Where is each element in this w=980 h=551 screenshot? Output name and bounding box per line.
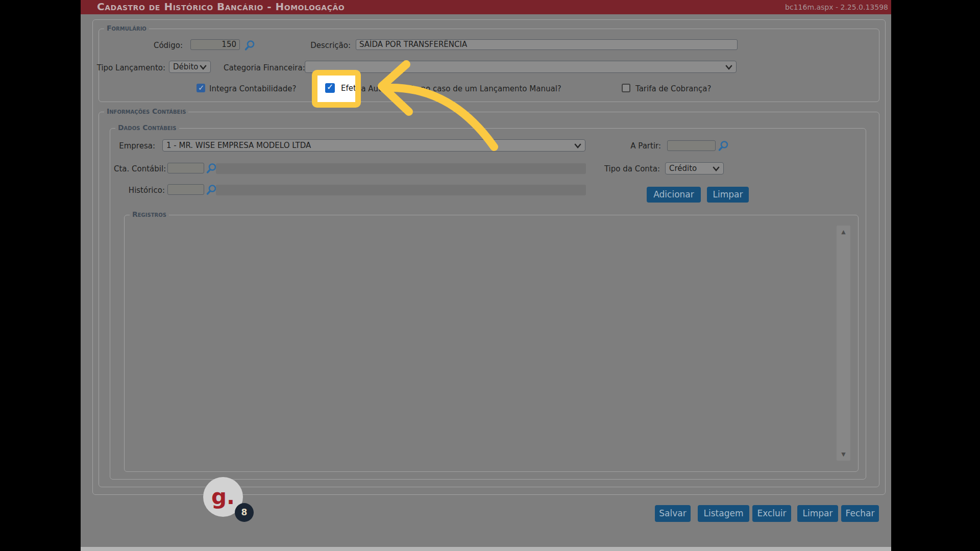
- limpar-dados-button[interactable]: Limpar: [707, 187, 749, 203]
- codigo-label: Código:: [132, 41, 183, 50]
- chevron-down-icon: [725, 65, 732, 70]
- efetua-autenticacao-label-highlighted: Efetua Autenticação no caso de um Lançam…: [341, 84, 361, 93]
- app-titlebar: Cadastro de Histórico Bancário - Homolog…: [81, 0, 891, 14]
- registros-scrollbar[interactable]: ▲ ▼: [837, 226, 850, 461]
- tipo-da-conta-label: Tipo da Conta:: [594, 164, 660, 173]
- historico-label: Histórico:: [114, 186, 165, 195]
- page-title: Cadastro de Histórico Bancário - Homolog…: [97, 1, 345, 13]
- cta-contabil-label: Cta. Contábil:: [114, 164, 165, 173]
- fieldset-dados-contabeis-legend: Dados Contábeis: [115, 123, 179, 132]
- integra-contabilidade-checkbox[interactable]: [197, 84, 205, 92]
- tarifa-cobranca-checkbox[interactable]: [622, 84, 630, 92]
- adicionar-button[interactable]: Adicionar: [647, 187, 701, 203]
- chevron-down-icon: [200, 65, 207, 70]
- empresa-select[interactable]: 1 - MR. WISE EMPRESA MODELO LTDA: [162, 139, 585, 152]
- fieldset-registros-legend: Registros: [130, 210, 169, 218]
- descricao-label: Descrição:: [300, 41, 351, 50]
- empresa-value: 1 - MR. WISE EMPRESA MODELO LTDA: [166, 141, 311, 150]
- efetua-autenticacao-checkbox-highlighted[interactable]: [325, 83, 335, 93]
- tipo-da-conta-value: Crédito: [669, 164, 697, 173]
- fechar-button[interactable]: Fechar: [841, 505, 879, 522]
- app-version-label: bc116m.aspx - 2.25.0.13598: [785, 3, 888, 11]
- app-page: Cadastro de Histórico Bancário - Homolog…: [81, 0, 891, 551]
- chevron-down-icon: [713, 166, 720, 171]
- categoria-financeira-select[interactable]: [305, 61, 737, 73]
- scroll-up-icon[interactable]: ▲: [837, 229, 850, 235]
- fieldset-informacoes-contabeis-legend: Informações Contábeis: [104, 107, 188, 115]
- tipo-lancamento-select[interactable]: Débito: [169, 61, 211, 73]
- screenshot-canvas: Cadastro de Histórico Bancário - Homolog…: [0, 0, 980, 551]
- tipo-lancamento-label: Tipo Lançamento:: [89, 63, 165, 72]
- limpar-button[interactable]: Limpar: [797, 505, 838, 522]
- salvar-button[interactable]: Salvar: [655, 505, 691, 522]
- a-partir-input[interactable]: [667, 140, 716, 151]
- empresa-label: Empresa:: [104, 141, 155, 151]
- cta-contabil-descricao-field: [216, 163, 586, 174]
- codigo-search-icon[interactable]: [243, 39, 256, 52]
- efetua-autenticacao-label: Efetua Autenticação no caso de um Lançam…: [341, 84, 561, 93]
- categoria-financeira-label: Categoria Financeira:: [224, 63, 300, 72]
- historico-descricao-field: [216, 185, 586, 195]
- descricao-input[interactable]: SAÍDA POR TRANSFERÊNCIA: [356, 39, 738, 50]
- cta-contabil-input[interactable]: [167, 163, 204, 173]
- a-partir-label: A Partir:: [610, 141, 661, 151]
- scroll-down-icon[interactable]: ▼: [837, 451, 850, 458]
- a-partir-search-icon[interactable]: [717, 140, 729, 152]
- fieldset-formulario-legend: Formulário: [104, 24, 149, 32]
- codigo-input[interactable]: 150: [190, 39, 240, 50]
- tipo-da-conta-select[interactable]: Crédito: [665, 162, 724, 174]
- notification-badge[interactable]: 8: [235, 503, 254, 522]
- historico-input[interactable]: [167, 184, 204, 195]
- window-bottom-edge: [81, 547, 891, 551]
- listagem-button[interactable]: Listagem: [698, 505, 749, 522]
- integra-contabilidade-label: Integra Contabilidade?: [209, 84, 296, 93]
- annotation-highlight-box: Efetua Autenticação no caso de um Lançam…: [312, 70, 361, 108]
- chevron-down-icon: [574, 143, 581, 148]
- tarifa-cobranca-label: Tarifa de Cobrança?: [635, 84, 711, 93]
- tipo-lancamento-value: Débito: [173, 62, 199, 71]
- excluir-button[interactable]: Excluir: [752, 505, 791, 522]
- fieldset-registros: Registros: [124, 215, 859, 472]
